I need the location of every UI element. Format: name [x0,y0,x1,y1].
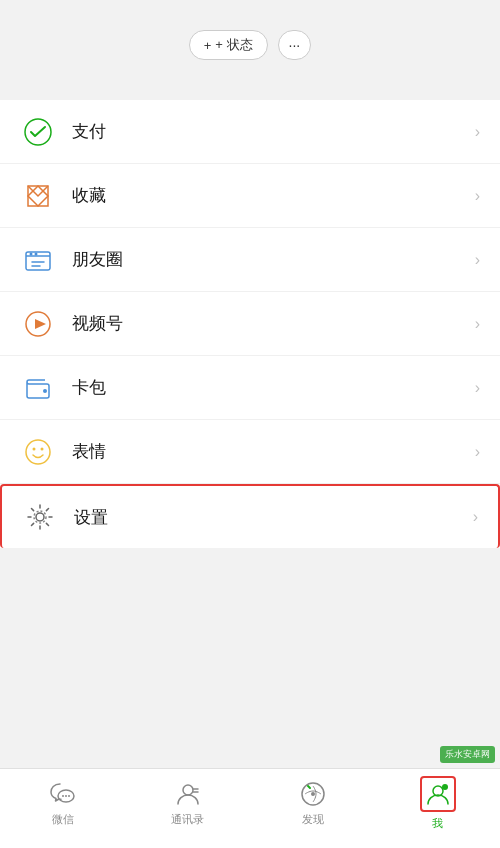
wallet-chevron: › [475,379,480,397]
channels-chevron: › [475,315,480,333]
tab-wechat[interactable]: 微信 [0,780,125,827]
discover-tab-label: 发现 [302,812,324,827]
tab-me[interactable]: 我 [375,776,500,831]
svg-point-6 [43,389,47,393]
me-tab-label: 我 [432,816,443,831]
more-button[interactable]: ··· [278,30,312,60]
wechat-tab-icon [49,780,77,808]
svg-point-14 [65,795,67,797]
menu-item-channels[interactable]: 视频号 › [0,292,500,356]
svg-point-15 [68,795,70,797]
menu-item-pay[interactable]: 支付 › [0,100,500,164]
pay-label: 支付 [72,120,475,143]
svg-point-9 [41,447,44,450]
svg-point-20 [311,792,315,796]
svg-rect-1 [26,252,50,270]
favorites-chevron: › [475,187,480,205]
status-button[interactable]: + + 状态 [189,30,268,60]
channels-label: 视频号 [72,312,475,335]
channels-icon [20,306,56,342]
menu-item-moments[interactable]: 朋友圈 › [0,228,500,292]
svg-point-7 [26,440,50,464]
me-tab-icon [424,780,452,808]
wallet-icon [20,370,56,406]
discover-tab-icon [299,780,327,808]
moments-label: 朋友圈 [72,248,475,271]
svg-point-2 [30,252,33,255]
tab-contacts[interactable]: 通讯录 [125,780,250,827]
wallet-label: 卡包 [72,376,475,399]
settings-chevron: › [473,508,478,526]
watermark-text: 乐水安卓网 [445,748,490,761]
emoji-chevron: › [475,443,480,461]
empty-space [0,548,500,668]
tab-discover[interactable]: 发现 [250,780,375,827]
pay-icon [20,114,56,150]
tab-bar: 微信 通讯录 发现 [0,768,500,848]
menu-item-wallet[interactable]: 卡包 › [0,356,500,420]
menu-list: 支付 › 收藏 › 朋友圈 › [0,100,500,548]
emoji-icon [20,434,56,470]
moments-icon [20,242,56,278]
svg-point-16 [183,785,193,795]
emoji-label: 表情 [72,440,475,463]
menu-item-emoji[interactable]: 表情 › [0,420,500,484]
me-tab-highlight [420,776,456,812]
menu-item-favorites[interactable]: 收藏 › [0,164,500,228]
settings-label: 设置 [74,506,473,529]
wechat-tab-label: 微信 [52,812,74,827]
plus-icon: + [204,38,212,53]
svg-point-22 [442,784,448,790]
svg-marker-5 [35,319,46,329]
svg-point-10 [36,513,44,521]
contacts-tab-label: 通讯录 [171,812,204,827]
menu-item-settings[interactable]: 设置 › [0,484,500,548]
pay-chevron: › [475,123,480,141]
watermark: 乐水安卓网 [440,746,495,763]
svg-point-8 [33,447,36,450]
more-label: ··· [289,37,301,53]
moments-chevron: › [475,251,480,269]
status-label: + 状态 [215,36,252,54]
contacts-tab-icon [174,780,202,808]
favorites-label: 收藏 [72,184,475,207]
profile-area: + + 状态 ··· [0,0,500,90]
svg-point-13 [62,795,64,797]
settings-icon [22,499,58,535]
svg-point-3 [35,252,38,255]
favorites-icon [20,178,56,214]
status-bar: + + 状态 ··· [189,30,311,60]
